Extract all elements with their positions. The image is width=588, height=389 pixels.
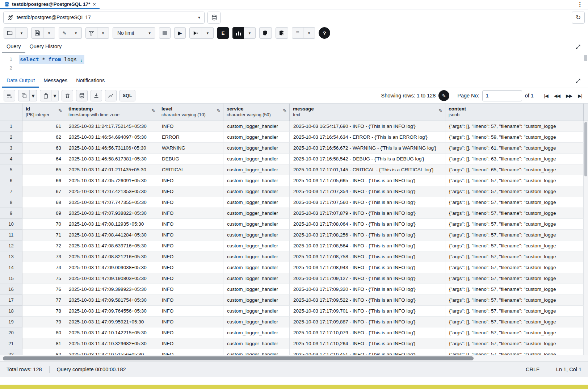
line-ending-indicator[interactable]: CRLF xyxy=(526,367,539,372)
table-cell[interactable]: {"args": [], "lineno": 57, "filename": "… xyxy=(445,230,584,240)
table-cell[interactable]: {"args": [], "lineno": 57, "filename": "… xyxy=(445,121,584,132)
table-cell[interactable]: INFO xyxy=(158,230,223,240)
table-cell[interactable]: INFO xyxy=(158,349,223,355)
table-cell[interactable]: 70 xyxy=(22,219,65,230)
table-cell[interactable]: 2025-10-03 11:47:05.726091+05:30 xyxy=(65,175,158,186)
table-cell[interactable]: custom_logger_handler xyxy=(223,306,290,317)
table-cell[interactable]: 2025-10-03 11:47:07.421353+05:30 xyxy=(65,186,158,197)
edit-menu-button[interactable]: ▾ xyxy=(70,27,82,39)
table-cell[interactable]: 2025-10-03 17:16:54,634 - ERROR - {'This… xyxy=(290,132,445,143)
editor-code[interactable]: select * from logs ; xyxy=(17,53,84,74)
table-cell[interactable]: 64 xyxy=(22,154,65,164)
table-cell[interactable]: 2025-10-03 11:46:56.731106+05:30 xyxy=(65,143,158,154)
reset-layout-button[interactable]: ↻ xyxy=(572,12,585,24)
row-number[interactable]: 20 xyxy=(0,327,22,338)
table-cell[interactable]: custom_logger_handler xyxy=(223,251,290,262)
table-cell[interactable]: 2025-10-03 17:17:10,264 - INFO - {'This … xyxy=(290,338,445,349)
table-cell[interactable]: 2025-10-03 11:47:07.938822+05:30 xyxy=(65,208,158,219)
row-number[interactable]: 16 xyxy=(0,284,22,295)
table-cell[interactable]: 2025-10-03 11:47:10.142215+05:30 xyxy=(65,327,158,338)
table-cell[interactable]: INFO xyxy=(158,284,223,295)
row-number[interactable]: 10 xyxy=(0,219,22,230)
edit-button[interactable]: ✎ xyxy=(59,27,70,39)
filter-button[interactable] xyxy=(85,27,97,39)
row-number[interactable]: 1 xyxy=(0,121,22,132)
table-cell[interactable]: custom_logger_handler xyxy=(223,327,290,338)
table-cell[interactable]: 72 xyxy=(22,240,65,251)
download-results-button[interactable] xyxy=(91,90,102,101)
column-header-context[interactable]: contextjsonb xyxy=(445,104,584,121)
table-cell[interactable]: 74 xyxy=(22,262,65,273)
table-cell[interactable]: 78 xyxy=(22,306,65,317)
table-cell[interactable]: 2025-10-03 17:17:01,145 - CRITICAL - {'T… xyxy=(290,164,445,175)
column-header-service[interactable]: servicecharacter varying (50)✎ xyxy=(223,104,290,121)
table-cell[interactable]: 67 xyxy=(22,186,65,197)
row-number[interactable]: 6 xyxy=(0,175,22,186)
table-cell[interactable]: 61 xyxy=(22,121,65,132)
table-cell[interactable]: 2025-10-03 11:47:09.764556+05:30 xyxy=(65,306,158,317)
table-cell[interactable]: 63 xyxy=(22,143,65,154)
table-cell[interactable]: 2025-10-03 17:17:10,079 - INFO - {'This … xyxy=(290,327,445,338)
table-cell[interactable]: custom_logger_handler xyxy=(223,154,290,164)
table-cell[interactable]: INFO xyxy=(158,175,223,186)
table-cell[interactable]: ERROR xyxy=(158,132,223,143)
table-cell[interactable]: 2025-10-03 11:47:09.95921+05:30 xyxy=(65,317,158,327)
filter-menu-button[interactable]: ▾ xyxy=(97,27,109,39)
table-cell[interactable]: INFO xyxy=(158,251,223,262)
column-header-timestamp[interactable]: timestamptimestamp with time zone✎ xyxy=(65,104,158,121)
table-cell[interactable]: 79 xyxy=(22,317,65,327)
column-header-id[interactable]: id[PK] integer✎ xyxy=(22,104,65,121)
execute-query-button[interactable]: ▶ xyxy=(174,27,186,39)
table-cell[interactable]: custom_logger_handler xyxy=(223,273,290,284)
row-number[interactable]: 18 xyxy=(0,306,22,317)
table-cell[interactable]: 2025-10-03 17:17:10,451 - INFO - {'This … xyxy=(290,349,445,355)
execute-script-menu-button[interactable]: ▾ xyxy=(202,27,214,39)
copy-button[interactable] xyxy=(18,90,30,101)
table-cell[interactable]: INFO xyxy=(158,295,223,306)
table-cell[interactable]: {"args": [], "lineno": 57, "filename": "… xyxy=(445,284,584,295)
open-file-button[interactable] xyxy=(4,27,16,39)
tab-messages[interactable]: Messages xyxy=(39,74,72,88)
table-cell[interactable]: {"args": [], "lineno": 57, "filename": "… xyxy=(445,295,584,306)
table-cell[interactable]: custom_logger_handler xyxy=(223,143,290,154)
save-button[interactable] xyxy=(31,27,43,39)
row-number[interactable]: 12 xyxy=(0,240,22,251)
table-cell[interactable]: 71 xyxy=(22,230,65,240)
explain-button[interactable]: E xyxy=(217,27,229,39)
table-cell[interactable]: {"args": [], "lineno": 65, "filename": "… xyxy=(445,164,584,175)
table-cell[interactable]: 2025-10-03 11:47:10.51556+05:30 xyxy=(65,349,158,355)
prev-page-button[interactable]: ◀◀ xyxy=(552,92,562,100)
row-number[interactable]: 17 xyxy=(0,295,22,306)
table-cell[interactable]: 2025-10-03 17:17:09,887 - INFO - {'This … xyxy=(290,317,445,327)
row-limit-select[interactable]: No limit ▾ xyxy=(113,27,155,39)
column-header-level[interactable]: levelcharacter varying (10)✎ xyxy=(158,104,223,121)
table-cell[interactable]: 2025-10-03 11:47:07.747355+05:30 xyxy=(65,197,158,208)
row-number[interactable]: 4 xyxy=(0,154,22,164)
tab-query[interactable]: Query xyxy=(2,41,25,53)
open-file-menu-button[interactable]: ▾ xyxy=(16,27,28,39)
table-cell[interactable]: 2025-10-03 17:17:09,701 - INFO - {'This … xyxy=(290,306,445,317)
table-cell[interactable]: INFO xyxy=(158,338,223,349)
edit-rows-icon[interactable]: ✎ xyxy=(438,90,449,101)
table-cell[interactable]: 2025-10-03 16:54:17,690 - INFO - {'This … xyxy=(290,121,445,132)
table-cell[interactable]: {"args": [], "lineno": 57, "filename": "… xyxy=(445,175,584,186)
grid-horizontal-scrollbar[interactable] xyxy=(0,355,588,361)
table-cell[interactable]: custom_logger_handler xyxy=(223,208,290,219)
table-cell[interactable]: {"args": [], "lineno": 61, "filename": "… xyxy=(445,143,584,154)
table-cell[interactable]: 2025-10-03 17:17:07,879 - INFO - {'This … xyxy=(290,208,445,219)
table-cell[interactable]: custom_logger_handler xyxy=(223,186,290,197)
row-number[interactable]: 21 xyxy=(0,338,22,349)
delete-row-button[interactable] xyxy=(62,90,73,101)
table-cell[interactable]: custom_logger_handler xyxy=(223,262,290,273)
table-cell[interactable]: INFO xyxy=(158,121,223,132)
expand-editor-icon[interactable] xyxy=(570,41,586,53)
table-cell[interactable]: {"args": [], "lineno": 57, "filename": "… xyxy=(445,208,584,219)
tab-data-output[interactable]: Data Output xyxy=(2,74,39,88)
paste-menu-button[interactable]: ▾ xyxy=(51,90,59,101)
table-cell[interactable]: 2025-10-03 11:47:09.190803+05:30 xyxy=(65,273,158,284)
table-cell[interactable]: 2025-10-03 17:16:56,672 - WARNING - {'Th… xyxy=(290,143,445,154)
table-cell[interactable]: custom_logger_handler xyxy=(223,284,290,295)
row-number[interactable]: 14 xyxy=(0,262,22,273)
table-cell[interactable]: 2025-10-03 11:47:09.581754+05:30 xyxy=(65,295,158,306)
table-cell[interactable]: {"args": [], "lineno": 59, "filename": "… xyxy=(445,132,584,143)
